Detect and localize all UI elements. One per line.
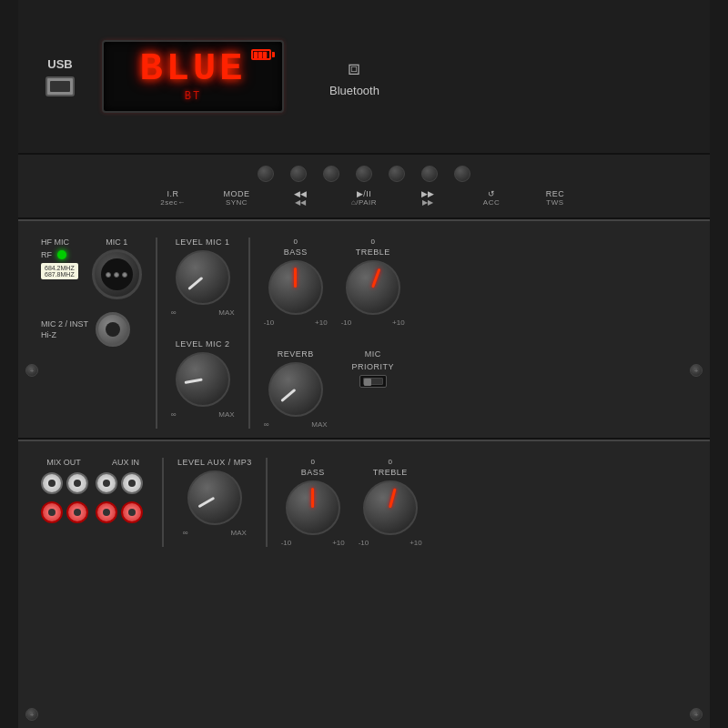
rca-red-1[interactable] <box>41 501 63 523</box>
usb-area: USB <box>46 57 75 96</box>
middle-section: HF MIC RF 684.2MHZ 687.8MHZ MIC 1 <box>18 221 710 440</box>
bottom-section: MIX OUT AUX IN <box>18 441 710 561</box>
v-divider-1 <box>156 238 157 429</box>
ctrl-label-acc: ↺ ACC <box>460 189 523 207</box>
ctrl-label-ir-top: I.R <box>167 189 178 198</box>
control-btn-3[interactable] <box>323 166 339 182</box>
ctrl-label-mode-top: MODE <box>224 189 250 198</box>
rca-aux-red-1[interactable] <box>96 501 117 523</box>
usb-port[interactable] <box>46 76 75 96</box>
treble-knob-group: 0 TREBLE -10 +10 <box>341 238 405 327</box>
aux-in-label: AUX IN <box>103 458 148 467</box>
xlr-connector[interactable] <box>92 249 142 299</box>
ctrl-label-acc-top: ↺ <box>488 189 496 198</box>
ctrl-label-next-bot: ▶▶ <box>422 198 434 207</box>
treble-knob[interactable] <box>346 260 400 315</box>
treble-priority-col: 0 TREBLE -10 +10 MIC PRIORITY <box>341 238 405 388</box>
hf-mic-area: HF MIC RF 684.2MHZ 687.8MHZ MIC 1 <box>41 238 142 347</box>
bass-bottom-label: BASS <box>301 468 325 477</box>
rca-aux-red-2[interactable] <box>121 501 143 523</box>
rf-led <box>57 250 66 259</box>
ctrl-label-rec: REC TWS <box>523 189 587 207</box>
xlr-inner <box>101 258 133 290</box>
priority-switch[interactable] <box>359 375 387 388</box>
mic2-label: MIC 2 / INST <box>41 319 88 329</box>
ctrl-label-ir: I.R 2sec← <box>141 189 205 207</box>
aux-in-pair-2 <box>96 501 143 523</box>
treble-bottom-scale: -10 +10 <box>359 539 422 547</box>
treble-bottom-knob[interactable] <box>363 480 418 535</box>
control-btn-5[interactable] <box>389 166 405 182</box>
level-mic2-indicator <box>185 379 203 384</box>
bass-knob-group: 0 BASS -10 +10 <box>264 238 328 327</box>
ctrl-label-ir-bot: 2sec← <box>160 198 185 207</box>
rca-pairs-row <box>41 472 148 523</box>
level-mic1-knob[interactable] <box>176 250 230 305</box>
mix-out-label: MIX OUT <box>41 458 86 467</box>
level-mic2-knob-group: LEVEL MIC 2 ∞ MAX <box>171 339 235 419</box>
ctrl-label-next: ▶▶ ▶▶ <box>396 189 460 207</box>
rca-red-2[interactable] <box>66 501 88 523</box>
rca-aux-white-1[interactable] <box>96 472 117 494</box>
control-btn-4[interactable] <box>356 166 372 182</box>
ctrl-label-acc-bot: ACC <box>483 198 500 207</box>
bass-knob[interactable] <box>268 260 323 315</box>
control-btn-1[interactable] <box>258 166 274 182</box>
controls-section: I.R 2sec← MODE SYNC ◀◀ ◀◀ ▶/II ⌂/PAIR ▶▶… <box>18 155 710 219</box>
reverb-label: REVERB <box>278 349 314 359</box>
reverb-indicator <box>280 389 296 402</box>
reverb-knob-group: REVERB ∞ MAX <box>264 349 328 429</box>
rca-white-2[interactable] <box>66 472 88 494</box>
control-btn-2[interactable] <box>290 166 307 182</box>
bluetooth-label: Bluetooth <box>329 84 379 97</box>
v-divider-2 <box>248 238 250 429</box>
trs-inner <box>106 322 120 337</box>
rca-aux-white-2[interactable] <box>121 472 143 494</box>
treble-label: TREBLE <box>356 248 390 257</box>
level-aux-knob-group: LEVEL AUX / MP3 ∞ MAX <box>177 458 252 537</box>
screw-ml <box>25 364 38 377</box>
bass-label: BASS <box>284 248 308 257</box>
usb-port-inner <box>50 81 70 92</box>
control-btn-7[interactable] <box>454 166 470 182</box>
bluetooth-icon: ⧈ <box>348 56 360 80</box>
treble-bottom-label: TREBLE <box>373 468 408 477</box>
led-text: BLUE <box>140 50 247 88</box>
mix-out-connectors <box>41 472 88 523</box>
ctrl-label-prev-top: ◀◀ <box>294 189 308 198</box>
rca-white-1[interactable] <box>41 472 63 494</box>
aux-in-connectors <box>96 472 143 523</box>
control-btn-6[interactable] <box>421 166 438 182</box>
treble-indicator <box>371 268 380 288</box>
bass-bottom-scale: -10 +10 <box>281 539 345 547</box>
reverb-knob[interactable] <box>268 362 323 417</box>
bass-bottom-knob[interactable] <box>286 480 340 535</box>
mix-out-pair-2 <box>41 501 88 523</box>
level-mic2-scale: ∞ MAX <box>171 410 235 419</box>
level-mic1-label: LEVEL MIC 1 <box>176 238 230 247</box>
bass-bottom-knob-group: 0 BASS -10 +10 <box>281 458 345 547</box>
screw-mr <box>690 364 703 377</box>
level-aux-label: LEVEL AUX / MP3 <box>177 458 252 467</box>
mic-priority-label: MIC <box>365 349 381 359</box>
battery-icon <box>251 49 275 60</box>
bluetooth-area: ⧈ Bluetooth <box>329 56 379 97</box>
v-divider-4 <box>266 458 268 547</box>
top-section: USB BLUE BT ⧈ Bluetooth <box>18 0 710 155</box>
ctrl-label-mode: MODE SYNC <box>205 189 268 207</box>
labels-row: I.R 2sec← MODE SYNC ◀◀ ◀◀ ▶/II ⌂/PAIR ▶▶… <box>46 189 682 207</box>
v-divider-3 <box>162 458 164 547</box>
freq-label: 684.2MHZ 687.8MHZ <box>41 263 78 279</box>
level-mic2-knob[interactable] <box>176 352 230 407</box>
screw-br <box>690 708 703 721</box>
ctrl-label-rec-bot: TWS <box>546 198 563 207</box>
bass-scale: -10 +10 <box>264 318 328 327</box>
level-aux-knob[interactable] <box>187 470 242 525</box>
mic-connectors-col: HF MIC RF 684.2MHZ 687.8MHZ MIC 1 <box>41 238 142 347</box>
trs-connector[interactable] <box>96 312 130 347</box>
ctrl-label-rec-top: REC <box>546 189 565 198</box>
mic2-hiz: Hi-Z <box>41 330 56 339</box>
treble-bottom-knob-group: 0 TREBLE -10 +10 <box>359 458 422 547</box>
level-aux-indicator <box>198 497 216 509</box>
level-mic1-knob-group: LEVEL MIC 1 ∞ MAX <box>171 238 235 317</box>
